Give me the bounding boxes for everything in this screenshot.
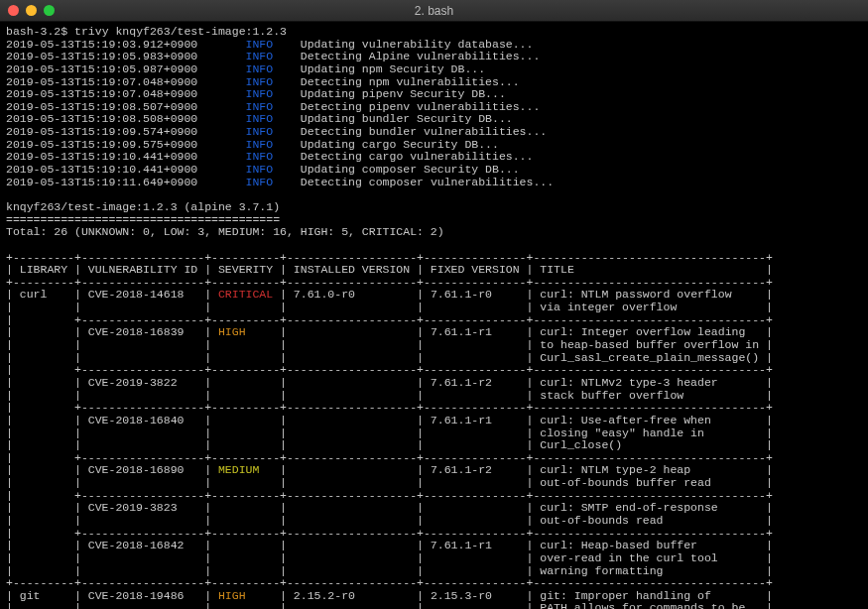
log-level: INFO (246, 150, 274, 163)
log-level: INFO (246, 38, 274, 51)
log-level: INFO (246, 75, 274, 88)
log-level: INFO (246, 163, 274, 176)
window-title: 2. bash (0, 4, 868, 18)
log-level: INFO (246, 62, 274, 75)
terminal-output[interactable]: bash-3.2$ trivy knqyf263/test-image:1.2.… (0, 22, 868, 609)
log-level: INFO (246, 125, 274, 138)
log-level: INFO (246, 112, 274, 125)
close-icon[interactable] (8, 5, 19, 16)
window-titlebar: 2. bash (0, 0, 868, 22)
command-text: trivy knqyf263/test-image:1.2.3 (74, 25, 287, 38)
log-level: INFO (246, 138, 274, 151)
minimize-icon[interactable] (26, 5, 37, 16)
zoom-icon[interactable] (44, 5, 55, 16)
log-level: INFO (246, 50, 274, 62)
shell-prompt: bash-3.2$ (6, 25, 67, 38)
log-level: INFO (246, 100, 274, 113)
traffic-lights (8, 5, 55, 16)
log-level: INFO (246, 176, 274, 188)
log-level: INFO (246, 87, 274, 100)
